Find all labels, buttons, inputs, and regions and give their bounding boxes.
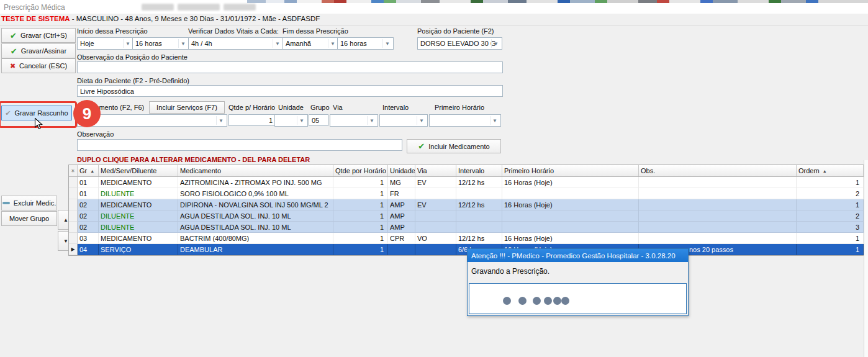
- grupo-input[interactable]: 05: [309, 114, 328, 126]
- cell-intervalo: 12/12 hs: [456, 233, 502, 244]
- move-group-button[interactable]: Mover Grupo: [1, 211, 57, 226]
- cell-qtde: 1: [333, 177, 388, 188]
- cell-tipo: DILUENTE: [99, 188, 178, 199]
- column-header-primeiro[interactable]: Primeiro Horário: [502, 165, 639, 176]
- cell-med: SORO FISIOLOGICO 0,9% 100 ML: [178, 188, 333, 199]
- dialog-title: Atenção !!! - PMedico - Promedico Gestão…: [468, 249, 688, 262]
- column-header-intervalo[interactable]: Intervalo: [456, 165, 502, 176]
- chevron-down-icon: ▼: [273, 39, 282, 48]
- fim-time-value: 16 horas: [340, 40, 367, 47]
- column-header-unidade[interactable]: Unidade: [388, 165, 415, 176]
- chevron-down-icon: ▼: [417, 116, 426, 125]
- observacao-input[interactable]: [77, 139, 402, 151]
- progress-dot: [533, 297, 541, 305]
- column-header-ordem[interactable]: Ordem▲: [797, 165, 864, 176]
- check-icon: ✔: [10, 31, 17, 40]
- cell-unidade: AMP: [388, 210, 415, 222]
- cursor-icon: [34, 118, 43, 133]
- cell-ordem: 1: [797, 233, 864, 244]
- fim-day-select[interactable]: Amanhã▼: [283, 37, 339, 50]
- select-all-icon[interactable]: ✳: [69, 165, 78, 176]
- grid-hint-text: DUPLO CLIQUE PARA ALTERAR MEDICAMENTO - …: [77, 156, 310, 163]
- incluir-medicamento-button[interactable]: ✔Incluir Medicamento: [407, 139, 501, 153]
- progress-dot: [561, 297, 569, 305]
- minus-icon: [2, 202, 10, 204]
- inicio-day-select[interactable]: Hoje▼: [77, 37, 134, 50]
- row-indicator: [69, 199, 78, 210]
- primeiro-horario-select[interactable]: ▼: [429, 114, 501, 127]
- cell-intervalo: [456, 188, 502, 199]
- cell-tipo: MEDICAMENTO: [99, 233, 178, 244]
- column-header-via[interactable]: Via: [415, 165, 456, 176]
- table-row[interactable]: 01DILUENTESORO FISIOLOGICO 0,9% 100 ML1F…: [69, 188, 864, 199]
- obs-posicao-label: Observação da Posição do Paciente: [77, 53, 188, 61]
- cell-med: DIPIRONA - NOVALGINA SOL INJ 500 MG/ML 2: [178, 199, 333, 210]
- column-header-med[interactable]: Medicamento: [178, 165, 333, 176]
- table-row[interactable]: 01MEDICAMENTOAZITROMICINA - ZITROMAX PO …: [69, 177, 864, 188]
- row-indicator: [69, 222, 78, 233]
- cell-gr: 01: [78, 188, 99, 199]
- cancel-button[interactable]: ✖Cancelar (ESC): [1, 58, 76, 73]
- save-button[interactable]: ✔Gravar (Ctrl+S): [1, 28, 76, 43]
- cell-unidade: AMP: [388, 222, 415, 233]
- column-header-tipo[interactable]: Med/Serv/Diluente: [99, 165, 178, 176]
- cell-gr: 02: [78, 222, 99, 233]
- scrollbar[interactable]: [864, 160, 868, 357]
- cell-via: [415, 222, 456, 233]
- save-button-label: Gravar (Ctrl+S): [20, 32, 67, 39]
- cell-unidade: [388, 244, 415, 255]
- inicio-time-select[interactable]: 16 horas▼: [132, 37, 189, 50]
- posicao-select[interactable]: DORSO ELEVADO 30 G▼: [417, 37, 502, 50]
- unidade-label: Unidade: [278, 104, 304, 111]
- incluir-servicos-button[interactable]: Incluir Serviços (F7): [149, 101, 225, 114]
- vitais-select[interactable]: 4h / 4h▼: [188, 37, 284, 50]
- chevron-down-icon: ▼: [123, 39, 132, 48]
- intervalo-label: Intervalo: [382, 104, 409, 111]
- cell-ordem: 1: [797, 244, 864, 255]
- table-row[interactable]: 02DILUENTEAGUA DESTILADA SOL. INJ. 10 ML…: [69, 210, 864, 222]
- progress-indicator: [469, 283, 687, 314]
- inicio-day-value: Hoje: [80, 40, 94, 47]
- progress-dot: [544, 297, 552, 305]
- cell-via: VO: [415, 233, 456, 244]
- save-sign-button[interactable]: ✔Gravar/Assinar: [1, 43, 76, 58]
- dieta-label: Dieta do Paciente (F2 - Pré-Definido): [77, 77, 189, 84]
- cell-primeiro: [502, 188, 639, 199]
- dieta-input[interactable]: Livre Hipossódica: [77, 85, 503, 97]
- via-select[interactable]: ▼: [330, 114, 378, 127]
- table-row[interactable]: 02DILUENTEAGUA DESTILADA SOL. INJ. 10 ML…: [69, 222, 864, 233]
- cell-via: [415, 210, 456, 222]
- table-header-row: ✳Gr▲Med/Serv/DiluenteMedicamentoQtde por…: [69, 165, 864, 177]
- cell-qtde: 1: [333, 244, 388, 255]
- annotation-badge: 9: [73, 100, 101, 127]
- intervalo-select[interactable]: ▼: [379, 114, 428, 127]
- column-header-qtde[interactable]: Qtde por Horário: [333, 165, 388, 176]
- cell-unidade: MG: [388, 177, 415, 188]
- qtde-label: Qtde p/ Horário: [228, 104, 275, 111]
- cell-ordem: 3: [797, 222, 864, 233]
- cell-tipo: MEDICAMENTO: [99, 199, 178, 210]
- table-row[interactable]: 03MEDICAMENTOBACTRIM (400/80MG)1CPRVO12/…: [69, 233, 864, 244]
- delete-medication-button[interactable]: Excluir Medic.: [1, 196, 57, 210]
- cell-med: AGUA DESTILADA SOL. INJ. 10 ML: [178, 222, 333, 233]
- progress-dot: [503, 297, 511, 305]
- unidade-select[interactable]: ▼: [274, 114, 308, 127]
- cancel-button-label: Cancelar (ESC): [19, 62, 67, 70]
- prescription-window: Prescrição Médica TESTE DE SISTEMA - MAS…: [0, 0, 868, 357]
- obs-posicao-input[interactable]: [77, 61, 503, 73]
- grupo-label: Grupo: [310, 104, 330, 111]
- grupo-value: 05: [312, 117, 319, 124]
- medication-table: ✳Gr▲Med/Serv/DiluenteMedicamentoQtde por…: [68, 165, 864, 256]
- column-header-gr[interactable]: Gr▲: [78, 165, 99, 176]
- cell-via: EV: [415, 177, 456, 188]
- cell-ordem: 1: [797, 199, 864, 210]
- cell-gr: 03: [78, 233, 99, 244]
- fim-time-select[interactable]: 16 horas▼: [337, 37, 394, 50]
- cell-med: DEAMBULAR: [178, 244, 333, 255]
- table-row[interactable]: 02MEDICAMENTODIPIRONA - NOVALGINA SOL IN…: [69, 199, 864, 210]
- cell-unidade: AMP: [388, 199, 415, 210]
- column-header-obs[interactable]: Obs.: [639, 165, 797, 176]
- chevron-down-icon: ▼: [178, 39, 188, 48]
- current-row-indicator-icon: ▶: [69, 244, 78, 255]
- cell-tipo: DILUENTE: [99, 222, 178, 233]
